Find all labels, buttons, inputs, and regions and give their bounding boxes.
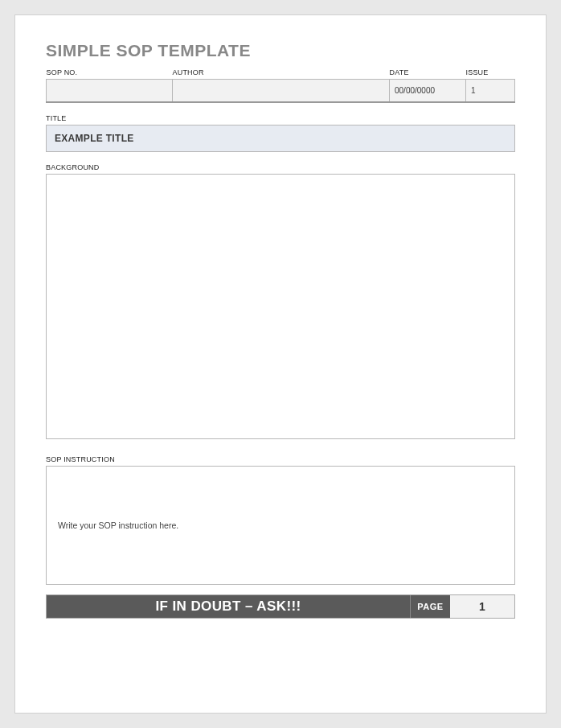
- footer-page-number: 1: [450, 595, 514, 618]
- footer-page-label: PAGE: [410, 595, 450, 618]
- date-label: DATE: [390, 67, 466, 80]
- instruction-text: Write your SOP instruction here.: [58, 520, 178, 530]
- date-input[interactable]: 00/00/0000: [390, 80, 466, 102]
- footer-bar: IF IN DOUBT – ASK!!! PAGE 1: [46, 594, 515, 619]
- footer-message: IF IN DOUBT – ASK!!!: [47, 595, 410, 618]
- issue-input[interactable]: 1: [466, 80, 515, 102]
- background-input[interactable]: [46, 174, 515, 439]
- meta-table: SOP NO. AUTHOR DATE ISSUE 00/00/0000 1: [46, 67, 515, 103]
- author-input[interactable]: [173, 80, 390, 102]
- issue-label: ISSUE: [466, 67, 515, 80]
- sop-no-input[interactable]: [47, 80, 173, 102]
- instruction-input[interactable]: Write your SOP instruction here.: [46, 466, 515, 585]
- sop-no-label: SOP NO.: [47, 67, 173, 80]
- author-label: AUTHOR: [173, 67, 390, 80]
- title-label: TITLE: [46, 114, 515, 122]
- background-label: BACKGROUND: [46, 163, 515, 171]
- title-input[interactable]: EXAMPLE TITLE: [46, 125, 515, 152]
- document-page: SIMPLE SOP TEMPLATE SOP NO. AUTHOR DATE …: [14, 14, 547, 714]
- document-title: SIMPLE SOP TEMPLATE: [46, 41, 515, 60]
- instruction-label: SOP INSTRUCTION: [46, 455, 515, 463]
